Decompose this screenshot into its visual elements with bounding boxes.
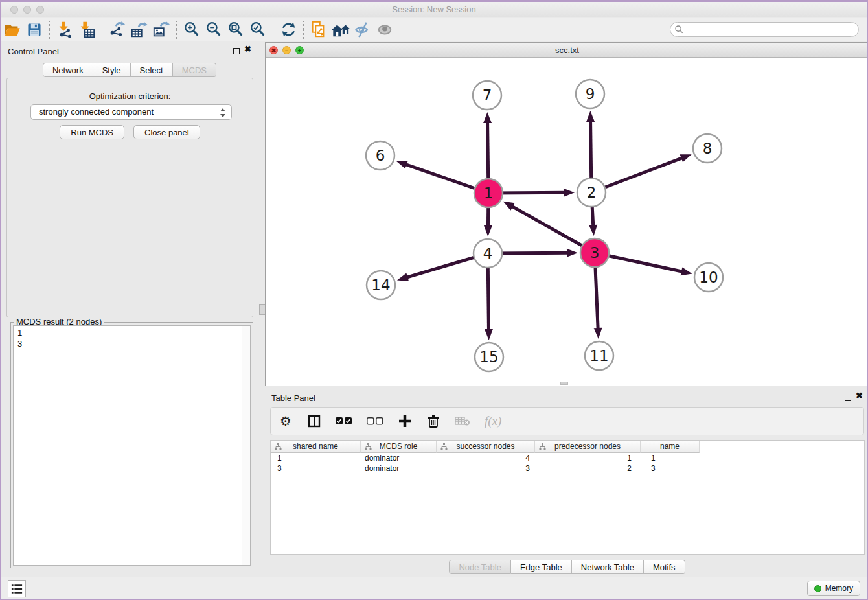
tab-network[interactable]: Network [43, 63, 93, 77]
refresh-layout-icon[interactable] [277, 20, 299, 40]
column-header-label: name [660, 442, 680, 451]
shared-column-icon [539, 443, 546, 450]
duplicate-network-icon[interactable] [308, 20, 330, 40]
shared-column-icon [275, 443, 282, 450]
toolbar-separator [303, 21, 304, 39]
close-panel-icon[interactable]: ✖ [244, 45, 251, 54]
edge-arrowhead [567, 249, 578, 257]
table-options-icon[interactable]: ⚙ [279, 413, 293, 429]
toolbar-separator [102, 21, 102, 39]
search-input[interactable] [684, 24, 858, 36]
column-header-successor-nodes[interactable]: successor nodes [437, 441, 535, 453]
table-cell[interactable]: dominator [361, 463, 437, 474]
table-cell[interactable]: 1 [641, 453, 700, 463]
float-table-panel-icon[interactable] [845, 395, 851, 401]
table-cell[interactable]: 3 [641, 463, 700, 474]
toolbar-separator [49, 21, 50, 39]
open-session-icon[interactable] [1, 20, 23, 40]
table-body: 1dominator4113dominator323 [271, 453, 864, 474]
result-line: 3 [17, 338, 250, 349]
apply-function-icon: f(x) [485, 413, 501, 429]
graph-node-label: 11 [589, 347, 608, 364]
save-session-icon[interactable] [23, 20, 45, 40]
close-panel-button[interactable]: Close panel [133, 125, 200, 139]
graph-node-label: 1 [484, 185, 494, 202]
export-network-icon[interactable] [106, 20, 128, 40]
import-table-icon[interactable] [76, 20, 98, 40]
zoom-selected-icon[interactable] [247, 20, 269, 40]
select-stepper-icon [220, 108, 226, 118]
tab-node-table[interactable]: Node Table [449, 560, 511, 574]
delete-column-icon[interactable] [426, 413, 440, 429]
table-row[interactable]: 3dominator323 [271, 463, 864, 474]
run-mcds-button[interactable]: Run MCDS [60, 125, 124, 139]
import-network-icon[interactable] [54, 20, 76, 40]
mcds-result-lines: 13 [14, 326, 250, 349]
table-cell[interactable]: 1 [271, 453, 361, 463]
titlebar: Session: New Session [1, 2, 867, 17]
edge-arrowhead [485, 329, 493, 340]
export-image-icon[interactable] [150, 20, 172, 40]
status-bar: Memory [1, 577, 867, 599]
table-header-row: shared name MCDS role successor nodes pr… [271, 441, 864, 453]
graph-node-label: 2 [587, 184, 597, 201]
column-header-predecessor-nodes[interactable]: predecessor nodes [535, 441, 641, 453]
hide-selected-icon[interactable] [352, 20, 374, 40]
network-window-title: scc.txt [266, 45, 867, 55]
result-line: 1 [17, 327, 250, 338]
zoom-out-icon[interactable] [203, 20, 225, 40]
list-icon [11, 584, 23, 594]
edge-arrowhead [594, 328, 602, 339]
control-panel-title: Control Panel [8, 47, 59, 56]
close-table-panel-icon[interactable]: ✖ [856, 391, 863, 400]
criterion-value: strongly connected component [39, 107, 154, 117]
task-history-button[interactable] [8, 580, 26, 597]
graph-node-label: 8 [703, 140, 713, 157]
deselect-all-icon[interactable] [367, 413, 383, 429]
column-header-mcds-role[interactable]: MCDS role [361, 441, 437, 453]
float-panel-icon[interactable] [233, 48, 240, 54]
add-column-icon[interactable] [398, 413, 412, 429]
network-canvas[interactable]: 1234678910111415 [266, 58, 867, 384]
select-all-icon[interactable] [336, 413, 352, 429]
column-visibility-icon[interactable] [307, 413, 321, 429]
table-cell[interactable]: 4 [437, 453, 535, 463]
horizontal-splitter-grip[interactable] [560, 382, 568, 385]
criterion-select[interactable]: strongly connected component [30, 104, 232, 120]
result-scrollbar[interactable] [242, 326, 250, 565]
mcds-result-text[interactable]: 13 [13, 325, 251, 566]
column-header-shared-name[interactable]: shared name [271, 441, 361, 453]
zoom-in-icon[interactable] [181, 20, 203, 40]
graph-node-label: 14 [371, 277, 390, 294]
edge-arrowhead [564, 189, 575, 197]
column-header-label: shared name [293, 442, 338, 451]
table-panel: Table Panel ✖ ⚙ f(x) [265, 387, 867, 577]
tab-edge-table[interactable]: Edge Table [511, 560, 572, 574]
memory-button[interactable]: Memory [807, 581, 860, 596]
table-cell[interactable]: 3 [437, 463, 535, 474]
tab-style[interactable]: Style [93, 63, 131, 77]
tab-motifs[interactable]: Motifs [644, 560, 685, 574]
tab-network-table[interactable]: Network Table [572, 560, 644, 574]
shared-column-icon [440, 443, 448, 450]
memory-label: Memory [825, 584, 853, 593]
control-panel-tabs: NetworkStyleSelectMCDS [1, 63, 258, 77]
table-cell[interactable]: 3 [271, 463, 361, 474]
show-hidden-icon [374, 20, 396, 40]
zoom-fit-icon[interactable] [225, 20, 247, 40]
graph-node-label: 4 [483, 245, 493, 262]
column-header-label: MCDS role [380, 442, 418, 451]
tab-select[interactable]: Select [131, 63, 173, 77]
table-cell[interactable]: dominator [361, 453, 437, 463]
column-header-label: successor nodes [456, 442, 514, 451]
table-cell[interactable]: 1 [535, 453, 641, 463]
tab-mcds[interactable]: MCDS [173, 63, 216, 77]
table-row[interactable]: 1dominator411 [271, 453, 864, 463]
table-cell[interactable]: 2 [535, 463, 641, 474]
memory-status-icon [814, 585, 821, 592]
export-table-icon[interactable] [128, 20, 150, 40]
edge-arrowhead [681, 268, 692, 276]
home-view-icon[interactable] [330, 20, 352, 40]
column-header-name[interactable]: name [641, 441, 700, 453]
table-toolbar: ⚙ f(x) [270, 407, 864, 435]
